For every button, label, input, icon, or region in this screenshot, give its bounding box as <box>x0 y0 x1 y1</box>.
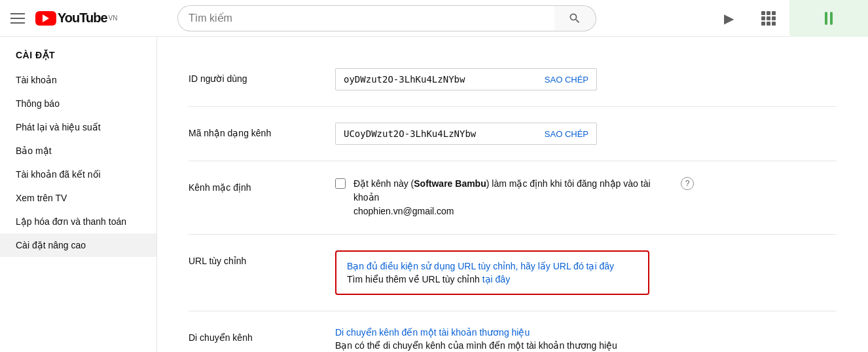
banner-bar-1 <box>825 12 827 25</box>
url-desc-link[interactable]: tại đây <box>482 274 510 284</box>
di-chuyen-kenh-label: Di chuyển kênh <box>189 327 319 343</box>
ma-nhan-dang-label: Mã nhận dạng kênh <box>189 123 319 138</box>
url-tuy-chinh-value: Bạn đủ điều kiện sử dụng URL tùy chỉnh, … <box>335 250 837 295</box>
url-tuy-chinh-link[interactable]: Bạn đủ điều kiện sử dụng URL tùy chỉnh, … <box>347 261 638 271</box>
create-video-button[interactable]: ▶ <box>716 5 742 31</box>
kenh-mac-dinh-row: Kênh mặc định Đặt kênh này (Software Bam… <box>189 161 837 235</box>
kenh-mac-dinh-checkbox-row: Đặt kênh này (Software Bambu) làm mặc đị… <box>335 177 676 218</box>
page-layout: CÀI ĐẶT Tài khoản Thông báo Phát lại và … <box>0 37 868 352</box>
kenh-mac-dinh-pre: Đặt kênh này ( <box>353 178 414 189</box>
sidebar-item-xem-tren-tv[interactable]: Xem trên TV <box>0 186 156 210</box>
id-nguoi-dung-value: oyDWzut2O-3LhKu4LzNYbw SAO CHÉP <box>335 68 837 90</box>
sidebar: CÀI ĐẶT Tài khoản Thông báo Phát lại và … <box>0 37 157 352</box>
yt-logo-icon <box>35 11 56 26</box>
di-chuyen-kenh-desc: Bạn có thể di chuyển kênh của mình đến m… <box>335 340 837 351</box>
di-chuyen-kenh-row: Di chuyển kênh Di chuyển kênh đến một tà… <box>189 311 837 352</box>
ma-nhan-dang-field: UCoyDWzut2O-3LhKu4LzNYbw SAO CHÉP <box>335 123 597 145</box>
search-input[interactable] <box>177 5 554 31</box>
main-content: ID người dùng oyDWzut2O-3LhKu4LzNYbw SAO… <box>157 37 868 352</box>
ma-nhan-dang-text: UCoyDWzut2O-3LhKu4LzNYbw <box>344 128 534 139</box>
apps-icon <box>761 11 776 26</box>
nav-right: ▶ 🔔 bambu <box>716 5 858 31</box>
kenh-mac-dinh-label: Kênh mặc định <box>189 177 319 193</box>
sidebar-item-bao-mat[interactable]: Bảo mật <box>0 139 156 163</box>
kenh-mac-dinh-text: Đặt kênh này (Software Bambu) làm mặc đị… <box>353 177 676 218</box>
banner <box>789 0 868 37</box>
ma-nhan-dang-copy-button[interactable]: SAO CHÉP <box>545 129 588 139</box>
search-icon <box>568 12 581 25</box>
url-tuy-chinh-label: URL tùy chỉnh <box>189 250 319 266</box>
sidebar-item-hoa-don[interactable]: Lập hóa đơn và thanh toán <box>0 210 156 233</box>
kenh-mac-dinh-channel: Software Bambu <box>414 178 486 189</box>
top-navigation: YouTubeVN ▶ 🔔 bambu <box>0 0 868 37</box>
sidebar-item-phat-lai[interactable]: Phát lại và hiệu suất <box>0 115 156 139</box>
nav-left: YouTubeVN <box>10 10 117 26</box>
url-tuy-chinh-row: URL tùy chỉnh Bạn đủ điều kiện sử dụng U… <box>189 235 837 311</box>
di-chuyen-kenh-title[interactable]: Di chuyển kênh đến một tài khoản thương … <box>335 327 837 338</box>
url-tuy-chinh-desc: Tìm hiểu thêm về URL tùy chỉnh tại đây <box>347 274 638 284</box>
kenh-mac-dinh-checkbox[interactable] <box>335 178 346 189</box>
help-icon[interactable]: ? <box>681 177 694 190</box>
yt-logo-text: YouTube <box>58 10 107 26</box>
yt-logo-vn: VN <box>109 14 118 22</box>
id-nguoi-dung-copy-button[interactable]: SAO CHÉP <box>545 75 588 85</box>
url-tuy-chinh-box: Bạn đủ điều kiện sử dụng URL tùy chỉnh, … <box>335 250 649 295</box>
search-bar <box>177 5 596 31</box>
id-nguoi-dung-row: ID người dùng oyDWzut2O-3LhKu4LzNYbw SAO… <box>189 52 837 107</box>
di-chuyen-kenh-value: Di chuyển kênh đến một tài khoản thương … <box>335 327 837 351</box>
menu-button[interactable] <box>10 13 25 24</box>
ma-nhan-dang-row: Mã nhận dạng kênh UCoyDWzut2O-3LhKu4LzNY… <box>189 107 837 161</box>
id-nguoi-dung-label: ID người dùng <box>189 68 319 84</box>
search-button[interactable] <box>554 5 596 31</box>
kenh-mac-dinh-value: Đặt kênh này (Software Bambu) làm mặc đị… <box>335 177 837 218</box>
banner-bar-2 <box>830 12 833 25</box>
kenh-mac-dinh-email: chophien.vn@gmail.com <box>353 206 454 216</box>
camera-icon: ▶ <box>724 10 734 26</box>
kenh-mac-dinh-wrapper: Đặt kênh này (Software Bambu) làm mặc đị… <box>335 177 837 218</box>
youtube-logo[interactable]: YouTubeVN <box>35 10 117 26</box>
sidebar-item-tai-khoan-ket-noi[interactable]: Tài khoản đã kết nối <box>0 163 156 186</box>
ma-nhan-dang-value: UCoyDWzut2O-3LhKu4LzNYbw SAO CHÉP <box>335 123 837 145</box>
sidebar-item-thong-bao[interactable]: Thông báo <box>0 92 156 115</box>
sidebar-item-cai-dat-nang-cao[interactable]: Cài đặt nâng cao <box>0 233 156 257</box>
id-nguoi-dung-field: oyDWzut2O-3LhKu4LzNYbw SAO CHÉP <box>335 68 597 90</box>
url-desc-pre: Tìm hiểu thêm về URL tùy chỉnh <box>347 274 482 284</box>
sidebar-heading: CÀI ĐẶT <box>0 50 156 68</box>
id-nguoi-dung-text: oyDWzut2O-3LhKu4LzNYbw <box>344 74 534 85</box>
apps-button[interactable] <box>755 5 782 31</box>
sidebar-item-tai-khoan[interactable]: Tài khoản <box>0 68 156 92</box>
